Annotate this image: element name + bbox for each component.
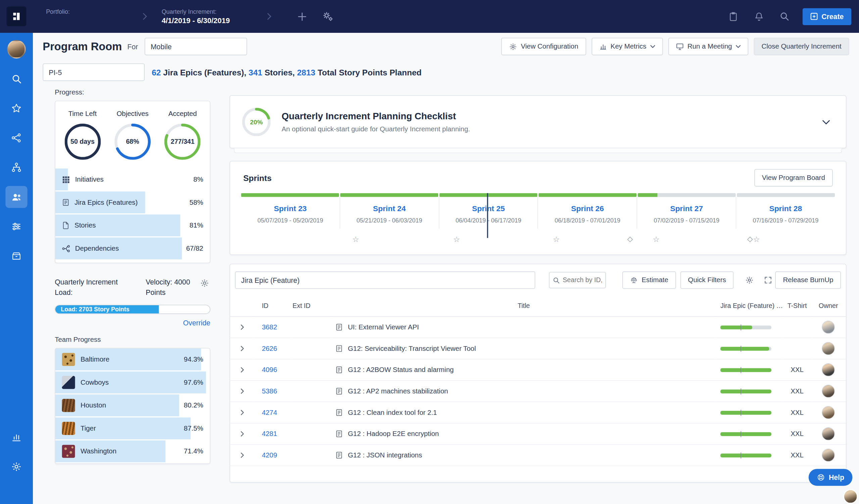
clipboard-button[interactable]	[725, 9, 740, 24]
sidebar-item-admin[interactable]	[5, 455, 27, 477]
sidebar-item-favorites[interactable]	[5, 97, 27, 119]
row-expander-icon[interactable]	[230, 345, 254, 352]
owner-avatar[interactable]	[822, 427, 835, 440]
sprint-link[interactable]: Sprint 27	[670, 204, 703, 213]
row-id-link[interactable]: 2626	[254, 345, 277, 352]
app-logo[interactable]	[7, 7, 27, 27]
milestone-star-icon[interactable]: ☆	[453, 235, 461, 243]
sidebar-item-reports[interactable]	[5, 426, 27, 448]
milestone-diamond-icon[interactable]: ◇	[747, 235, 753, 243]
estimate-button[interactable]: Estimate	[622, 271, 676, 289]
view-program-board-button[interactable]: View Program Board	[754, 169, 833, 186]
owner-avatar[interactable]	[822, 321, 835, 334]
owner-avatar[interactable]	[822, 406, 835, 419]
sprint-link[interactable]: Sprint 26	[571, 204, 604, 213]
team-avatar	[62, 422, 75, 435]
close-quarterly-increment-button[interactable]: Close Quarterly Increment	[754, 38, 849, 55]
create-button[interactable]: Create	[802, 8, 851, 25]
add-increment-button[interactable]	[295, 9, 310, 24]
sprint-link[interactable]: Sprint 24	[373, 204, 406, 213]
row-expander-icon[interactable]	[230, 430, 254, 438]
milestone-star-icon[interactable]: ☆	[352, 235, 359, 243]
row-id-link[interactable]: 4274	[254, 409, 277, 416]
sidebar-item-rooms[interactable]	[5, 186, 27, 208]
user-avatar[interactable]	[7, 40, 26, 59]
run-a-meeting-button[interactable]: Run a Meeting	[668, 38, 749, 55]
row-id-link[interactable]: 4096	[254, 366, 277, 374]
portfolio-selector[interactable]: Portfolio:	[46, 8, 128, 25]
help-button[interactable]: Help	[809, 469, 853, 486]
owner-avatar[interactable]	[822, 385, 835, 398]
team-row-washington[interactable]: Washington 71.4%	[55, 440, 210, 462]
owner-avatar[interactable]	[822, 363, 835, 376]
floating-avatar[interactable]	[843, 489, 858, 504]
sidebar-item-connections[interactable]	[5, 127, 27, 149]
increment-settings-button[interactable]	[319, 8, 336, 25]
expand-table-button[interactable]	[761, 273, 775, 287]
progress-column-header[interactable]: Jira Epic (Feature) P...	[715, 296, 783, 317]
row-tshirt-size	[784, 338, 811, 359]
load-settings-button[interactable]	[199, 278, 210, 289]
row-id-link[interactable]: 4281	[254, 430, 277, 438]
owner-avatar[interactable]	[822, 342, 835, 355]
view-configuration-button[interactable]: View Configuration	[501, 38, 586, 55]
row-expander-icon[interactable]	[230, 324, 254, 331]
global-search-button[interactable]	[777, 10, 791, 23]
owner-column-header[interactable]: Owner	[811, 296, 846, 317]
team-progress-value: 97.6%	[184, 378, 204, 386]
epic-progress-bar	[720, 389, 771, 393]
sprint-link[interactable]: Sprint 28	[769, 204, 802, 213]
milestone-diamond-icon[interactable]: ◇	[627, 235, 633, 243]
checklist-expand-button[interactable]	[818, 114, 834, 129]
epic-progress-target-tick	[741, 452, 741, 458]
document-icon	[335, 388, 343, 395]
program-selector[interactable]	[145, 38, 247, 55]
progress-row-label: Initiatives	[75, 176, 104, 183]
sidebar-item-archive[interactable]	[5, 245, 27, 267]
milestone-star-icon[interactable]: ☆	[653, 235, 660, 243]
id-column-header[interactable]: ID	[254, 296, 292, 317]
table-settings-button[interactable]	[742, 273, 757, 287]
override-link[interactable]: Override	[55, 319, 210, 327]
quarterly-increment-selector[interactable]: Quarterly Increment: 4/1/2019 - 6/30/201…	[162, 8, 253, 25]
owner-avatar[interactable]	[822, 449, 835, 462]
team-row-cowboys[interactable]: Cowboys 97.6%	[55, 371, 210, 393]
progress-row-initiatives[interactable]: Initiatives 8%	[55, 169, 210, 190]
key-metrics-button[interactable]: Key Metrics	[591, 38, 663, 55]
notifications-button[interactable]	[751, 9, 766, 24]
sprint-strip-segment	[439, 193, 537, 197]
team-row-houston[interactable]: Houston 80.2%	[55, 394, 210, 416]
item-type-filter[interactable]	[235, 271, 535, 289]
search-icon	[779, 11, 789, 21]
title-column-header[interactable]: Title	[332, 296, 715, 317]
team-row-baltimore[interactable]: Baltimore 94.3%	[55, 348, 210, 370]
table-search-input[interactable]	[563, 276, 602, 284]
sprint-link[interactable]: Sprint 23	[274, 204, 307, 213]
sprint-strip-segment	[637, 193, 736, 197]
row-expander-icon[interactable]	[230, 388, 254, 395]
sidebar-item-hierarchy[interactable]	[5, 157, 27, 178]
row-id-link[interactable]: 3682	[254, 324, 277, 331]
planning-checklist-card[interactable]: 20% Quarterly Increment Planning Checkli…	[229, 95, 846, 148]
row-id-link[interactable]: 5386	[254, 388, 277, 395]
pi-selector[interactable]	[43, 63, 145, 81]
progress-row-dependencies[interactable]: Dependencies 67/82	[55, 238, 210, 259]
sprint-link[interactable]: Sprint 25	[472, 204, 505, 213]
table-search-box[interactable]	[549, 272, 606, 288]
row-expander-icon[interactable]	[230, 409, 254, 416]
tshirt-column-header[interactable]: T-Shirt	[784, 296, 811, 317]
release-burnup-button[interactable]: Release BurnUp	[775, 271, 841, 289]
sidebar-item-settings-sliders[interactable]	[5, 216, 27, 237]
team-row-tiger[interactable]: Tiger 87.5%	[55, 417, 210, 439]
row-id-link[interactable]: 4209	[254, 452, 277, 459]
milestone-star-icon[interactable]: ☆	[753, 235, 760, 243]
progress-row-jira-epics-features[interactable]: Jira Epics (Features) 58%	[55, 191, 210, 213]
release-burnup-label: Release BurnUp	[783, 276, 833, 284]
quick-filters-button[interactable]: Quick Filters	[680, 271, 734, 289]
milestone-star-icon[interactable]: ☆	[553, 235, 560, 243]
sidebar-item-search[interactable]	[5, 68, 27, 90]
progress-row-stories[interactable]: Stories 81%	[55, 215, 210, 236]
ext-id-column-header[interactable]: Ext ID	[292, 296, 332, 317]
row-expander-icon[interactable]	[230, 452, 254, 459]
row-expander-icon[interactable]	[230, 366, 254, 374]
